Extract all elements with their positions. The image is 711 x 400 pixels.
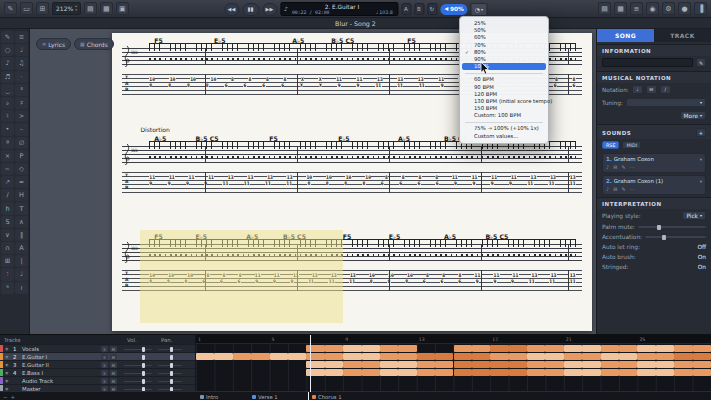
tuplet-icon[interactable]: ⁶	[1, 282, 14, 294]
timeline-block[interactable]	[656, 345, 674, 352]
flat-icon[interactable]: ♭	[1, 97, 14, 109]
timeline-block[interactable]	[417, 369, 435, 376]
timeline-block[interactable]	[472, 361, 490, 368]
menu-item[interactable]: 25%	[462, 20, 546, 27]
page-view-icon[interactable]: ▤	[84, 2, 97, 15]
timeline-block[interactable]	[545, 361, 563, 368]
timeline-block[interactable]	[288, 353, 306, 360]
timeline-block[interactable]	[454, 361, 472, 368]
tuner-icon[interactable]: ◉	[646, 2, 659, 15]
auto-let-ring-value[interactable]: Off	[697, 244, 706, 250]
lyrics-toggle-button[interactable]: ≡ Lyrics	[36, 38, 71, 50]
timeline-block[interactable]	[251, 353, 269, 360]
timeline-block[interactable]	[509, 369, 527, 376]
visibility-icon[interactable]: ◉	[5, 378, 9, 383]
timeline-block[interactable]	[380, 361, 398, 368]
timeline-block[interactable]	[380, 369, 398, 376]
score-system[interactable]: Distortion A♭5B♭5 C5F5E♭5A♭5B♭5 C5 ♭♭♭ T…	[122, 135, 582, 227]
menu-item[interactable]: 90 BPM	[462, 84, 546, 91]
volume-button[interactable]: 90%	[440, 4, 468, 15]
sound-note-icon[interactable]: ♪	[606, 186, 609, 192]
menu-item[interactable]: 90%	[462, 56, 546, 63]
section-marker[interactable]: Chorus 1	[312, 394, 342, 400]
volume-slider[interactable]	[124, 349, 152, 351]
volume-slider[interactable]	[124, 373, 152, 375]
half-note-icon[interactable]: ♩	[15, 44, 28, 56]
timeline-block[interactable]	[398, 361, 416, 368]
ghost-note-icon[interactable]: ∅	[15, 137, 28, 149]
timeline-block[interactable]	[362, 345, 380, 352]
timeline-block[interactable]	[398, 369, 416, 376]
menu-item[interactable]: 50%	[462, 27, 546, 34]
timeline-block[interactable]	[362, 361, 380, 368]
visibility-icon[interactable]: ◉	[5, 354, 9, 359]
multivoice-icon[interactable]: ≡	[15, 31, 28, 43]
volume-slider[interactable]	[124, 365, 152, 367]
volume-slider[interactable]	[124, 381, 152, 383]
triplet-icon[interactable]: ³	[15, 84, 28, 96]
timeline-block[interactable]	[509, 353, 527, 360]
chevron-down-icon[interactable]: ▾	[700, 157, 702, 162]
timeline-block[interactable]	[545, 353, 563, 360]
edit-mode-icon[interactable]: ✎	[4, 2, 17, 15]
timeline-block[interactable]	[656, 369, 674, 376]
timeline-block[interactable]	[270, 353, 288, 360]
track-row[interactable]: ◉Audio TrackSM	[0, 376, 195, 384]
more-button[interactable]: More ▾	[680, 111, 706, 120]
tab-track[interactable]: TRACK	[654, 29, 711, 42]
slide-icon[interactable]: /	[1, 189, 14, 201]
section-marker[interactable]: Verse 1	[252, 394, 278, 400]
menu-item[interactable]: 120 BPM	[462, 91, 546, 98]
tuning-select[interactable]: ▾	[626, 98, 706, 107]
speed-menu-button[interactable]: ◔ ▾	[471, 3, 487, 16]
timeline-block[interactable]	[196, 353, 214, 360]
timeline-block[interactable]	[637, 369, 655, 376]
timeline-block[interactable]	[380, 345, 398, 352]
whole-note-icon[interactable]: ○	[1, 44, 14, 56]
section-marker[interactable]: Intro	[200, 394, 218, 400]
timeline-block[interactable]	[637, 345, 655, 352]
timeline-block[interactable]	[509, 345, 527, 352]
tremolo-icon[interactable]: ∥	[15, 229, 28, 241]
loop-b-button[interactable]: B	[414, 3, 424, 15]
mixer-panel-icon[interactable]: ≡	[630, 2, 643, 15]
timeline-block[interactable]	[362, 369, 380, 376]
volume-slider[interactable]	[124, 357, 152, 359]
sound-more-icon[interactable]: ⋯	[630, 186, 635, 192]
timeline-block[interactable]	[527, 369, 545, 376]
hammer-on-icon[interactable]: H	[15, 189, 28, 201]
timeline-block[interactable]	[435, 353, 453, 360]
playhead[interactable]	[310, 335, 311, 392]
timeline-block[interactable]	[545, 345, 563, 352]
timeline-block[interactable]	[619, 345, 637, 352]
standard-notation-button[interactable]: ♩	[632, 85, 643, 94]
menu-item[interactable]: 75% → 100% (+10% 1x)	[462, 125, 546, 132]
timeline-block[interactable]	[564, 353, 582, 360]
timeline-block[interactable]	[454, 369, 472, 376]
eighth-note-icon[interactable]: ♫	[15, 57, 28, 69]
timeline-block[interactable]	[435, 361, 453, 368]
settings-icon[interactable]: ⚙	[662, 2, 675, 15]
visibility-icon[interactable]: ◉	[5, 370, 9, 375]
timeline-block[interactable]	[656, 353, 674, 360]
repeat-icon[interactable]: ∶	[1, 268, 14, 280]
notation-staff[interactable]: ♭♭♭	[122, 146, 582, 163]
timeline-block[interactable]	[582, 345, 600, 352]
timeline-block[interactable]	[674, 345, 692, 352]
accentuation-slider[interactable]	[645, 236, 706, 238]
score-system[interactable]: F5E♭5A♭5B♭5 C5F5E♭5A♭5B♭5 C5 ♭♭♭ T A B 1…	[122, 233, 582, 325]
account-icon[interactable]: ●	[678, 2, 691, 15]
sixteenth-note-icon[interactable]: ♬	[1, 71, 14, 83]
timeline-block[interactable]	[325, 369, 343, 376]
pan-slider[interactable]	[158, 357, 182, 359]
timeline-block[interactable]	[582, 361, 600, 368]
tablature-button[interactable]: ⊟	[646, 85, 657, 94]
timeline-block[interactable]	[325, 353, 343, 360]
pan-slider[interactable]	[158, 349, 182, 351]
pan-slider[interactable]	[158, 381, 182, 383]
bend-icon[interactable]: ↗	[1, 176, 14, 188]
menu-item[interactable]: 150 BPM	[462, 105, 546, 112]
visibility-icon[interactable]: ◉	[5, 362, 9, 367]
pick-down-icon[interactable]: ∨	[1, 229, 14, 241]
text-icon[interactable]: A	[15, 242, 28, 254]
